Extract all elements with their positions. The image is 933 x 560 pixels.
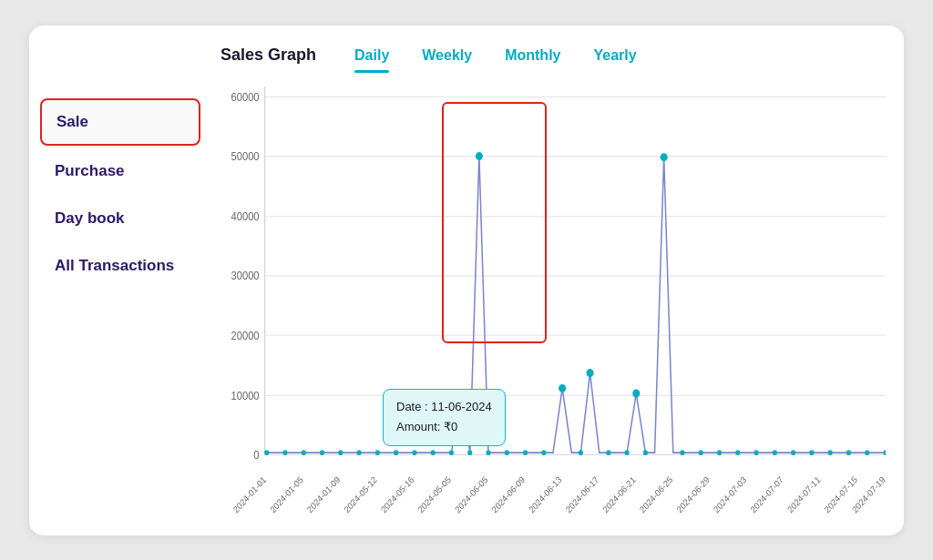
svg-point-49 (828, 450, 833, 455)
svg-point-50 (846, 450, 851, 455)
svg-point-41 (680, 450, 684, 455)
svg-text:2024-01-05: 2024-01-05 (268, 473, 304, 514)
tab-monthly[interactable]: Monthly (488, 42, 577, 69)
sidebar-item-sale[interactable]: Sale (40, 98, 200, 146)
svg-point-37 (625, 450, 630, 455)
svg-text:2024-07-11: 2024-07-11 (785, 473, 822, 514)
tab-daily[interactable]: Daily (338, 42, 405, 69)
svg-point-18 (320, 450, 324, 455)
svg-point-43 (717, 450, 722, 455)
chart-header: Sales Graph Daily Weekly Monthly Yearly (220, 42, 886, 69)
svg-point-24 (431, 450, 436, 455)
svg-point-40 (661, 153, 668, 161)
svg-point-29 (486, 450, 490, 455)
sales-chart: 0 10000 20000 30000 40000 50000 60000 (220, 76, 886, 526)
svg-text:0: 0 (253, 448, 260, 461)
svg-text:2024-05-05: 2024-05-05 (415, 473, 452, 514)
svg-point-19 (338, 450, 343, 455)
svg-point-25 (449, 450, 454, 455)
sidebar-item-alltransactions[interactable]: All Transactions (40, 244, 200, 288)
sidebar-label-alltransactions: All Transactions (55, 257, 174, 274)
svg-point-27 (467, 450, 472, 455)
svg-text:2024-06-09: 2024-06-09 (490, 473, 527, 514)
svg-point-48 (809, 450, 814, 455)
svg-text:2024-07-03: 2024-07-03 (712, 473, 748, 514)
sidebar-label-purchase: Purchase (55, 162, 125, 179)
svg-point-38 (632, 389, 640, 397)
svg-text:2024-06-21: 2024-06-21 (600, 473, 637, 514)
svg-text:2024-05-12: 2024-05-12 (342, 473, 378, 514)
svg-text:2024-06-29: 2024-06-29 (674, 473, 711, 514)
svg-text:2024-01-01: 2024-01-01 (231, 473, 268, 514)
chart-container: 0 10000 20000 30000 40000 50000 60000 (220, 76, 886, 526)
sidebar: Sale Purchase Day book All Transactions (29, 25, 211, 535)
svg-text:2024-07-07: 2024-07-07 (748, 473, 784, 514)
main-area: Sales Graph Daily Weekly Monthly Yearly (211, 25, 904, 535)
svg-point-17 (302, 450, 306, 455)
svg-text:2024-06-13: 2024-06-13 (527, 473, 563, 514)
svg-point-46 (773, 450, 777, 455)
svg-point-51 (865, 450, 869, 455)
svg-point-21 (375, 450, 380, 455)
svg-text:20000: 20000 (231, 328, 260, 341)
svg-point-34 (579, 450, 583, 455)
svg-point-33 (559, 383, 566, 392)
svg-point-31 (523, 450, 528, 455)
svg-text:2024-05-16: 2024-05-16 (379, 473, 415, 514)
svg-point-23 (412, 450, 416, 455)
svg-text:50000: 50000 (231, 149, 260, 162)
svg-point-32 (541, 450, 546, 455)
main-card: Sale Purchase Day book All Transactions … (29, 25, 904, 535)
tab-yearly[interactable]: Yearly (577, 42, 652, 69)
svg-text:60000: 60000 (231, 90, 260, 103)
svg-point-44 (735, 450, 740, 455)
svg-text:10000: 10000 (231, 389, 260, 402)
svg-point-26 (457, 389, 465, 397)
svg-text:2024-01-09: 2024-01-09 (305, 473, 342, 514)
svg-text:2024-06-25: 2024-06-25 (638, 473, 674, 514)
svg-point-42 (699, 450, 703, 455)
svg-point-28 (476, 152, 483, 160)
sidebar-item-purchase[interactable]: Purchase (40, 149, 200, 193)
svg-point-30 (505, 450, 509, 455)
svg-point-16 (282, 450, 287, 455)
svg-point-39 (643, 450, 648, 455)
svg-point-35 (587, 369, 594, 377)
svg-text:2024-06-05: 2024-06-05 (453, 473, 489, 514)
svg-text:2024-06-17: 2024-06-17 (564, 473, 600, 514)
sidebar-label-daybook: Day book (55, 209, 125, 227)
sidebar-label-sale: Sale (56, 113, 88, 130)
tab-weekly[interactable]: Weekly (405, 42, 488, 69)
svg-point-47 (791, 450, 795, 455)
svg-text:30000: 30000 (231, 269, 260, 281)
svg-point-36 (606, 450, 610, 455)
svg-point-45 (754, 450, 759, 455)
svg-text:40000: 40000 (231, 209, 260, 222)
svg-point-15 (264, 450, 269, 455)
chart-title: Sales Graph (220, 46, 316, 65)
svg-point-20 (357, 450, 362, 455)
sidebar-item-daybook[interactable]: Day book (40, 197, 200, 240)
svg-point-22 (394, 450, 398, 455)
